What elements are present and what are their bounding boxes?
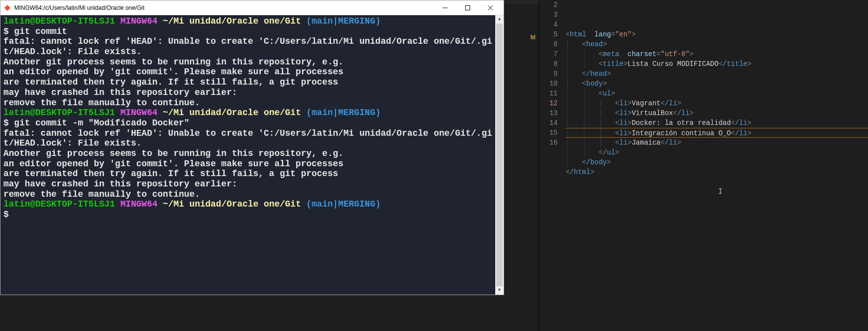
scroll-up-icon[interactable]: ▲ (495, 15, 504, 24)
code-line[interactable]: │ <head> (566, 39, 868, 49)
line-number: 3 (539, 10, 558, 20)
line-number: 4 (539, 20, 558, 30)
line-number: 9 (539, 69, 558, 79)
window-titlebar[interactable]: MINGW64:/c/Users/latin/Mi unidad/Oracle … (0, 0, 504, 15)
app-icon (3, 4, 11, 12)
terminal-output-line: Another git process seems to be running … (3, 57, 502, 67)
window-controls (434, 0, 502, 15)
terminal-prompt-line: latin@DESKTOP-IT5LSJ1 MINGW64 ~/Mi unida… (3, 108, 502, 118)
line-number: 8 (539, 59, 558, 69)
minimize-button[interactable] (434, 0, 456, 15)
line-number: 10 (539, 79, 558, 89)
line-number: 14 (539, 118, 558, 128)
line-number: 2 (539, 0, 558, 10)
scroll-down-icon[interactable]: ▼ (495, 286, 504, 295)
code-line[interactable]: │ │ <ul> (566, 89, 868, 98)
terminal-output-line: are terminated then try again. If it sti… (3, 77, 502, 88)
terminal-output-line: an editor opened by 'git commit'. Please… (3, 159, 502, 169)
code-line[interactable]: │ │ │ <li>VirtualBox</li> (566, 108, 868, 118)
terminal-output-line: Another git process seems to be running … (3, 149, 502, 159)
scroll-track[interactable] (495, 24, 504, 286)
terminal-output-line: remove the file manually to continue. (3, 189, 502, 200)
code-line[interactable]: │ │ │ <li>Jamaica</li> (566, 138, 868, 148)
code-line[interactable]: </html> (566, 167, 868, 177)
code-line[interactable]: │ │ <title>Lista Curso MODIFICADO</title… (566, 59, 868, 69)
terminal-output-line: are terminated then try again. If it sti… (3, 169, 502, 179)
code-line[interactable]: │ │ </ul> (566, 148, 868, 157)
terminal-window: MINGW64:/c/Users/latin/Mi unidad/Oracle … (0, 0, 504, 295)
close-button[interactable] (479, 0, 502, 15)
text-cursor-icon: I (718, 187, 723, 197)
window-title: MINGW64:/c/Users/latin/Mi unidad/Oracle … (14, 4, 434, 11)
code-line[interactable]: │ <body> (566, 79, 868, 89)
code-line[interactable]: │ │ │ <li>Docker: la otra realidad</li> (566, 118, 868, 128)
line-number: 5 (539, 30, 558, 39)
terminal-current-prompt[interactable]: $ (3, 210, 502, 220)
terminal-scrollbar[interactable]: ▲ ▼ (495, 15, 504, 295)
line-number: 13 (539, 108, 558, 118)
terminal-output-line: $ git commit -m "Modificado Docker" (3, 118, 502, 128)
svg-marker-0 (4, 4, 10, 10)
code-line[interactable]: │ │ <meta charset="utf-8"> (566, 49, 868, 59)
line-number: 16 (539, 138, 558, 148)
code-line[interactable]: │ │ │ <li>Integración continua O_O</li> (566, 128, 868, 138)
scroll-thumb[interactable] (496, 24, 503, 286)
code-editor[interactable]: 2345678910111213141516 I <html lang="en"… (539, 0, 868, 331)
line-number: 15 (539, 128, 558, 138)
terminal-output-line: may have crashed in this repository earl… (3, 88, 502, 98)
line-number: 12 (539, 98, 558, 108)
terminal-output-line: fatal: cannot lock ref 'HEAD': Unable to… (3, 36, 502, 57)
code-line[interactable]: │ │ │ <li>Vagrant</li> (566, 98, 868, 108)
line-number: 7 (539, 49, 558, 59)
terminal-output-line: fatal: cannot lock ref 'HEAD': Unable to… (3, 128, 502, 149)
terminal-body[interactable]: latin@DESKTOP-IT5LSJ1 MINGW64 ~/Mi unida… (0, 15, 504, 295)
terminal-output-line: an editor opened by 'git commit'. Please… (3, 67, 502, 77)
code-line[interactable]: │ </head> (566, 69, 868, 79)
svg-rect-3 (466, 5, 470, 10)
code-line[interactable]: │ </body> (566, 157, 868, 167)
tab-bar-fragment (504, 0, 539, 4)
line-number: 11 (539, 89, 558, 98)
git-modified-marker: M (530, 33, 536, 41)
line-number: 6 (539, 39, 558, 49)
line-number-gutter: 2345678910111213141516 (539, 0, 566, 331)
code-area[interactable]: I <html lang="en">│ <head>│ │ <meta char… (566, 0, 868, 331)
code-line[interactable]: <html lang="en"> (566, 30, 868, 39)
terminal-prompt-line: latin@DESKTOP-IT5LSJ1 MINGW64 ~/Mi unida… (3, 199, 502, 210)
maximize-button[interactable] (456, 0, 479, 15)
terminal-output-line: remove the file manually to continue. (3, 98, 502, 108)
editor-gutter-strip: M (504, 0, 539, 331)
terminal-output-line: $ git commit (3, 27, 502, 37)
terminal-prompt-line: latin@DESKTOP-IT5LSJ1 MINGW64 ~/Mi unida… (3, 16, 502, 27)
terminal-output-line: may have crashed in this repository earl… (3, 179, 502, 189)
